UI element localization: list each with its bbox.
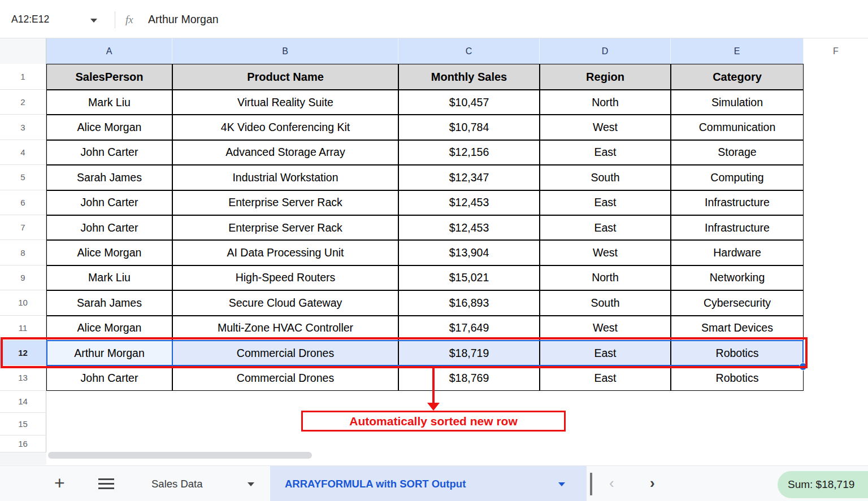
cell-E1[interactable]: Category <box>671 64 804 90</box>
row-header-9[interactable]: 9 <box>0 265 46 290</box>
row-header-15[interactable]: 15 <box>0 413 46 435</box>
all-sheets-menu-icon[interactable] <box>98 478 114 489</box>
row-header-2[interactable]: 2 <box>0 90 46 115</box>
cell-B5[interactable]: Industrial Workstation <box>172 165 398 190</box>
cell-A1[interactable]: SalesPerson <box>46 64 172 90</box>
row-header-12[interactable]: 12 <box>0 341 46 365</box>
row-header-6[interactable]: 6 <box>0 190 46 215</box>
cell-E4[interactable]: Storage <box>671 140 804 165</box>
cell-A13[interactable]: John Carter <box>46 365 172 390</box>
column-header-F[interactable]: F <box>804 38 868 64</box>
tab-sales-data[interactable]: Sales Data <box>151 466 203 501</box>
cell-E3[interactable]: Communication <box>671 115 804 140</box>
cell-B6[interactable]: Enterprise Server Rack <box>172 190 398 215</box>
column-header-A[interactable]: A <box>46 38 172 64</box>
cell-B9[interactable]: High-Speed Routers <box>172 265 398 290</box>
cell-C3[interactable]: $10,784 <box>398 115 540 140</box>
cell-B12[interactable]: Commercial Drones <box>172 341 398 365</box>
cell-A4[interactable]: John Carter <box>46 140 172 165</box>
cell-B2[interactable]: Virtual Reality Suite <box>172 90 398 115</box>
row-header-7[interactable]: 7 <box>0 215 46 240</box>
cell-C7[interactable]: $12,453 <box>398 215 540 240</box>
cell-E8[interactable]: Hardware <box>671 240 804 265</box>
cell-E7[interactable]: Infrastructure <box>671 215 804 240</box>
row-header-14[interactable]: 14 <box>0 391 46 413</box>
column-header-E[interactable]: E <box>671 38 804 64</box>
row-header-1[interactable]: 1 <box>0 64 46 90</box>
cell-C4[interactable]: $12,156 <box>398 140 540 165</box>
cell-C5[interactable]: $12,347 <box>398 165 540 190</box>
column-header-C[interactable]: C <box>398 38 540 64</box>
empty-cells-row-14[interactable] <box>46 391 804 413</box>
select-all-corner[interactable] <box>0 38 46 64</box>
cell-C13[interactable]: $18,769 <box>398 365 540 390</box>
cell-C9[interactable]: $15,021 <box>398 265 540 290</box>
row-header-10[interactable]: 10 <box>0 290 46 315</box>
row-header-3[interactable]: 3 <box>0 115 46 140</box>
cell-E5[interactable]: Computing <box>671 165 804 190</box>
cell-A11[interactable]: Alice Morgan <box>46 316 172 341</box>
cell-D11[interactable]: West <box>540 316 671 341</box>
add-sheet-button[interactable]: + <box>54 466 65 501</box>
fill-handle[interactable] <box>799 363 807 371</box>
name-box-dropdown-icon[interactable] <box>90 19 97 23</box>
cell-E12[interactable]: Robotics <box>671 341 804 365</box>
cell-D3[interactable]: West <box>540 115 671 140</box>
cell-E6[interactable]: Infrastructure <box>671 190 804 215</box>
cell-C10[interactable]: $16,893 <box>398 290 540 315</box>
cell-C2[interactable]: $10,457 <box>398 90 540 115</box>
cell-D8[interactable]: West <box>540 240 671 265</box>
cell-C11[interactable]: $17,649 <box>398 316 540 341</box>
cell-A10[interactable]: Sarah James <box>46 290 172 315</box>
formula-input[interactable]: Arthur Morgan <box>148 0 219 38</box>
cell-B1[interactable]: Product Name <box>172 64 398 90</box>
cell-D12[interactable]: East <box>540 341 671 365</box>
cell-B10[interactable]: Secure Cloud Gateway <box>172 290 398 315</box>
cell-D1[interactable]: Region <box>540 64 671 90</box>
cell-D13[interactable]: East <box>540 365 671 390</box>
cell-E10[interactable]: Cybersecurity <box>671 290 804 315</box>
cell-D6[interactable]: East <box>540 190 671 215</box>
cell-E13[interactable]: Robotics <box>671 365 804 390</box>
row-header-13[interactable]: 13 <box>0 365 46 390</box>
cell-D10[interactable]: South <box>540 290 671 315</box>
cell-A7[interactable]: John Carter <box>46 215 172 240</box>
row-header-11[interactable]: 11 <box>0 316 46 341</box>
cell-A6[interactable]: John Carter <box>46 190 172 215</box>
column-header-B[interactable]: B <box>172 38 398 64</box>
cell-E11[interactable]: Smart Devices <box>671 316 804 341</box>
cell-B13[interactable]: Commercial Drones <box>172 365 398 390</box>
cell-C12[interactable]: $18,719 <box>398 341 540 365</box>
cell-B3[interactable]: 4K Video Conferencing Kit <box>172 115 398 140</box>
row-header-16[interactable]: 16 <box>0 435 46 452</box>
cell-A2[interactable]: Mark Liu <box>46 90 172 115</box>
column-header-D[interactable]: D <box>540 38 671 64</box>
cell-D9[interactable]: North <box>540 265 671 290</box>
row-header-4[interactable]: 4 <box>0 140 46 165</box>
cell-B8[interactable]: AI Data Processing Unit <box>172 240 398 265</box>
row-header-8[interactable]: 8 <box>0 240 46 265</box>
horizontal-scrollbar[interactable] <box>48 452 312 459</box>
cell-C6[interactable]: $12,453 <box>398 190 540 215</box>
cell-E9[interactable]: Networking <box>671 265 804 290</box>
tab-arrayformula-sort-output[interactable]: ARRAYFORMULA with SORT Output <box>270 466 587 501</box>
cell-B7[interactable]: Enterprise Server Rack <box>172 215 398 240</box>
next-sheet-icon[interactable]: › <box>650 466 655 501</box>
empty-cells-row-16[interactable] <box>46 435 804 452</box>
cell-A5[interactable]: Sarah James <box>46 165 172 190</box>
cell-D5[interactable]: South <box>540 165 671 190</box>
tab-sales-data-dropdown-icon[interactable] <box>248 482 254 486</box>
cell-C1[interactable]: Monthly Sales <box>398 64 540 90</box>
tab-active-dropdown-icon[interactable] <box>558 482 565 486</box>
row-header-5[interactable]: 5 <box>0 165 46 190</box>
cell-A8[interactable]: Alice Morgan <box>46 240 172 265</box>
cell-D2[interactable]: North <box>540 90 671 115</box>
cell-B11[interactable]: Multi-Zone HVAC Controller <box>172 316 398 341</box>
name-box[interactable]: A12:E12 <box>11 0 49 38</box>
prev-sheet-icon[interactable]: ‹ <box>609 466 614 501</box>
cell-B4[interactable]: Advanced Storage Array <box>172 140 398 165</box>
cell-E2[interactable]: Simulation <box>671 90 804 115</box>
sum-badge[interactable]: Sum: $18,719 <box>778 471 868 498</box>
cell-D7[interactable]: East <box>540 215 671 240</box>
cell-A3[interactable]: Alice Morgan <box>46 115 172 140</box>
